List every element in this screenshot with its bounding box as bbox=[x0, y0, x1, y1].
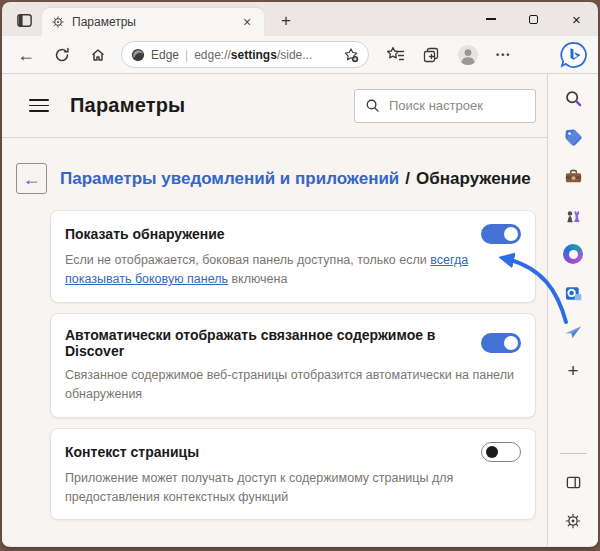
page-context-toggle[interactable] bbox=[481, 442, 521, 462]
window-controls: × bbox=[469, 2, 598, 36]
menu-icon[interactable] bbox=[29, 99, 49, 112]
setting-description: Приложение может получать доступ к содер… bbox=[65, 469, 521, 508]
favorites-icon[interactable] bbox=[386, 46, 405, 63]
close-icon: × bbox=[572, 12, 581, 27]
breadcrumb-separator: / bbox=[405, 169, 410, 188]
refresh-icon bbox=[54, 47, 70, 63]
refresh-button[interactable] bbox=[47, 40, 77, 70]
sidebar-item-search[interactable] bbox=[558, 83, 588, 113]
browser-window: Параметры × + × ← Edge | bbox=[2, 2, 598, 547]
sidebar-add-button[interactable]: + bbox=[558, 356, 588, 386]
plus-icon: + bbox=[567, 360, 578, 382]
sidebar-footer bbox=[558, 453, 588, 546]
breadcrumb-current: Обнаружение bbox=[416, 169, 531, 188]
sidebar-item-outlook[interactable] bbox=[558, 278, 588, 308]
customize-sidebar-button[interactable] bbox=[558, 467, 588, 497]
setting-card-page-context: Контекст страницы Приложение может получ… bbox=[50, 428, 536, 521]
add-favorite-icon[interactable] bbox=[343, 47, 359, 63]
sidebar-item-drop[interactable] bbox=[558, 317, 588, 347]
setting-card-show-discover: Показать обнаружение Если не отображаетс… bbox=[50, 210, 536, 303]
setting-card-auto-discover: Автоматически отображать связанное содер… bbox=[50, 313, 536, 418]
settings-gear-icon bbox=[51, 15, 65, 29]
setting-title: Показать обнаружение bbox=[65, 226, 481, 242]
toggle-knob bbox=[504, 336, 518, 350]
outlook-icon bbox=[564, 284, 583, 303]
sidebar-settings-button[interactable] bbox=[558, 506, 588, 536]
profile-avatar[interactable] bbox=[457, 44, 479, 66]
settings-header: Параметры bbox=[2, 74, 547, 138]
site-label: Edge bbox=[151, 48, 179, 62]
maximize-button[interactable] bbox=[512, 2, 555, 36]
toggle-knob bbox=[504, 227, 518, 241]
sidebar-item-tools[interactable] bbox=[558, 161, 588, 191]
setting-title: Автоматически отображать связанное содер… bbox=[65, 327, 481, 359]
settings-page: Параметры ← Параметры уведомлений и прил… bbox=[2, 74, 547, 546]
sidebar-item-shopping[interactable] bbox=[558, 122, 588, 152]
edge-sidebar: + bbox=[547, 74, 598, 546]
edge-logo-icon bbox=[131, 48, 145, 62]
shopping-tag-icon bbox=[564, 128, 583, 147]
home-icon bbox=[90, 47, 106, 63]
chess-games-icon bbox=[564, 206, 583, 225]
sidebar-item-microsoft-365[interactable] bbox=[558, 239, 588, 269]
bing-chat-icon bbox=[559, 40, 589, 70]
back-arrow-icon: ← bbox=[23, 170, 41, 188]
search-icon bbox=[365, 98, 380, 113]
sidebar-divider bbox=[560, 453, 587, 454]
bing-chat-button[interactable] bbox=[559, 40, 589, 70]
back-button[interactable]: ← bbox=[11, 40, 41, 70]
titlebar: Параметры × + × bbox=[2, 2, 598, 36]
address-bar[interactable]: Edge | edge://settings/side... bbox=[121, 41, 369, 68]
breadcrumb: ← Параметры уведомлений и приложений/Обн… bbox=[16, 163, 536, 194]
page-title: Параметры bbox=[70, 94, 185, 117]
back-icon: ← bbox=[17, 46, 35, 64]
toggle-knob bbox=[486, 446, 498, 458]
more-menu-button[interactable]: ••• bbox=[496, 50, 511, 60]
breadcrumb-parent-link[interactable]: Параметры уведомлений и приложений bbox=[60, 169, 399, 188]
url-text: edge://settings/side... bbox=[194, 48, 337, 62]
auto-discover-toggle[interactable] bbox=[481, 333, 521, 353]
close-window-button[interactable]: × bbox=[555, 2, 598, 36]
microsoft-365-icon bbox=[563, 244, 583, 264]
setting-description: Если не отображается, боковая панель дос… bbox=[65, 251, 521, 290]
settings-main: ← Параметры уведомлений и приложений/Обн… bbox=[2, 138, 547, 546]
browser-tab[interactable]: Параметры × bbox=[42, 8, 264, 36]
new-tab-button[interactable]: + bbox=[274, 9, 298, 33]
tab-close-button[interactable]: × bbox=[239, 14, 255, 30]
toolbox-icon bbox=[564, 167, 583, 186]
navigation-toolbar: ← Edge | edge://settings/side... bbox=[2, 36, 598, 74]
tab-actions-button[interactable] bbox=[12, 8, 36, 32]
settings-gear-icon bbox=[564, 512, 582, 530]
collections-icon[interactable] bbox=[422, 46, 440, 64]
setting-title: Контекст страницы bbox=[65, 444, 481, 460]
home-button[interactable] bbox=[83, 40, 113, 70]
show-discover-toggle[interactable] bbox=[481, 224, 521, 244]
search-input[interactable] bbox=[389, 98, 525, 113]
maximize-icon bbox=[529, 15, 538, 24]
toolbar-icons: ••• bbox=[386, 44, 511, 66]
setting-description: Связанное содержимое веб-страницы отобра… bbox=[65, 366, 521, 405]
sidebar-item-games[interactable] bbox=[558, 200, 588, 230]
paper-plane-icon bbox=[563, 322, 583, 342]
minimize-icon bbox=[486, 18, 496, 19]
sidebar-panel-icon bbox=[565, 474, 582, 491]
breadcrumb-back-button[interactable]: ← bbox=[16, 163, 47, 194]
search-magnifier-icon bbox=[564, 89, 583, 108]
tab-title: Параметры bbox=[72, 15, 232, 29]
minimize-button[interactable] bbox=[469, 2, 512, 36]
divider: | bbox=[185, 48, 188, 62]
settings-search[interactable] bbox=[354, 89, 536, 123]
workspaces-icon bbox=[15, 11, 34, 30]
